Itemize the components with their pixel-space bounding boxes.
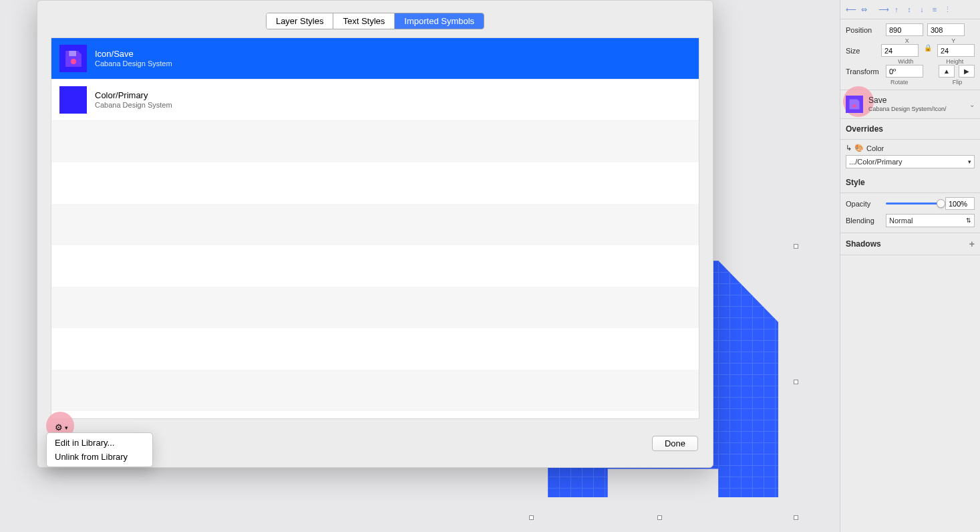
blending-select[interactable]: Normal ⇅ [886,214,975,227]
components-preferences-dialog: Layer Styles Text Styles Imported Symbol… [37,0,713,468]
transform-label: Transform [846,68,886,76]
override-indent-icon: ↳ [846,144,852,152]
align-center-h-icon[interactable]: ⇔ [858,4,869,15]
chevron-down-icon: ▾ [65,424,68,431]
distribute-v-icon[interactable]: ⋮ [942,4,953,15]
dialog-tabs: Layer Styles Text Styles Imported Symbol… [37,1,713,35]
override-color-select[interactable]: .../Color/Primary ▾ [846,155,975,168]
updown-icon: ⇅ [966,217,971,224]
position-label: Position [846,26,886,34]
palette-icon: 🎨 [854,144,864,152]
chevron-down-icon[interactable]: ⌄ [969,101,975,108]
chevron-down-icon: ▾ [968,158,971,165]
overrides-header: Overrides [840,119,980,140]
opacity-input[interactable] [945,197,975,210]
list-item[interactable]: Icon/Save Cabana Design System [51,38,699,80]
tab-text-styles[interactable]: Text Styles [333,13,395,29]
tab-imported-symbols[interactable]: Imported Symbols [395,13,484,29]
position-x-input[interactable] [886,23,923,36]
distribute-h-icon[interactable]: ≡ [929,4,940,15]
align-left-icon[interactable]: ⟵ [846,4,856,15]
svg-point-1 [71,59,76,64]
size-label: Size [846,47,881,55]
save-icon [846,96,863,113]
style-header: Style [840,172,980,193]
list-item-title: Icon/Save [95,49,172,59]
list-item-title: Color/Primary [95,90,172,101]
done-button[interactable]: Done [652,436,698,451]
list-item[interactable]: Color/Primary Cabana Design System [51,80,699,121]
symbol-instance-header[interactable]: Save Cabana Design System/Icon/ ⌄ [840,90,980,119]
svg-rect-0 [69,51,76,56]
list-item-subtitle: Cabana Design System [95,101,172,110]
save-icon [59,45,87,72]
position-y-input[interactable] [927,23,965,36]
align-top-icon[interactable]: ↑ [891,4,902,15]
alignment-toolbar: ⟵ ⇔ ⟶ ↑ ↕ ↓ ≡ ⋮ [840,0,980,19]
blending-label: Blending [846,217,886,225]
menu-unlink-from-library[interactable]: Unlink from Library [47,450,152,464]
menu-edit-in-library[interactable]: Edit in Library... [47,436,152,450]
gear-dropdown-menu: Edit in Library... Unlink from Library [46,432,153,467]
color-swatch-icon [59,86,87,114]
symbol-path: Cabana Design System/Icon/ [868,106,947,113]
width-input[interactable] [881,44,919,57]
align-bottom-icon[interactable]: ↓ [917,4,927,15]
inspector-panel: ⟵ ⇔ ⟶ ↑ ↕ ↓ ≡ ⋮ Position XY Size 🔒 Width… [840,0,980,532]
opacity-slider[interactable] [886,203,941,205]
tab-layer-styles[interactable]: Layer Styles [267,13,334,29]
height-input[interactable] [937,44,975,57]
empty-rows [51,121,699,411]
flip-horizontal-button[interactable]: ▲ [939,65,955,78]
lock-aspect-icon[interactable]: 🔒 [923,44,933,57]
gear-icon: ⚙ [55,422,63,432]
override-label: Color [866,144,884,152]
align-center-v-icon[interactable]: ↕ [904,4,915,15]
shadows-header: Shadows + [840,233,980,255]
opacity-label: Opacity [846,200,886,208]
align-right-icon[interactable]: ⟶ [878,4,889,15]
list-item-subtitle: Cabana Design System [95,59,172,69]
svg-point-2 [853,104,856,108]
flip-vertical-button[interactable]: ▶ [959,65,975,78]
rotate-input[interactable] [886,65,923,78]
symbols-list[interactable]: Icon/Save Cabana Design System Color/Pri… [51,37,699,419]
add-shadow-button[interactable]: + [969,239,975,249]
symbol-name: Save [868,96,947,105]
